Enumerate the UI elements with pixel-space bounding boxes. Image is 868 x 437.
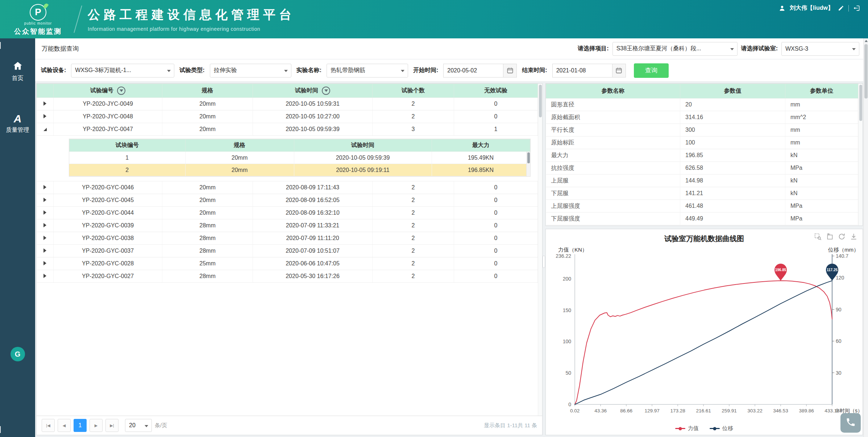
cell: YP-2020-GYC-0038 [54, 232, 162, 245]
table-row[interactable]: YP-2020-GYC-002728mm2020-05-30 16:17:262… [37, 270, 538, 283]
sub-header-cell: 最大力 [432, 139, 530, 152]
expand-cell[interactable] [37, 219, 54, 232]
table-row[interactable]: YP-2020-GYC-004620mm2020-08-09 17:11:432… [37, 181, 538, 194]
next-page-button[interactable]: ▶ [90, 419, 103, 432]
lab-select[interactable]: WXSG-3 [781, 42, 859, 56]
param-row: 下屈服强度449.49MPa [546, 213, 858, 225]
filter-icon[interactable] [322, 87, 330, 95]
cell: 2020-10-05 10:27:00 [253, 110, 373, 123]
scrollbar-thumb[interactable] [859, 85, 862, 121]
download-icon[interactable] [850, 233, 857, 240]
expand-icon[interactable] [43, 210, 46, 215]
logout-icon[interactable] [853, 5, 860, 12]
page-size-select[interactable]: 20 [125, 419, 152, 432]
edit-profile-icon[interactable] [838, 5, 844, 11]
g-badge[interactable]: G [11, 347, 25, 361]
expand-cell[interactable] [37, 232, 54, 245]
expand-cell[interactable] [37, 207, 54, 219]
expand-cell[interactable] [37, 110, 54, 123]
col-spec[interactable]: 规格 [162, 84, 253, 98]
refresh-icon[interactable] [838, 233, 846, 240]
legend-item[interactable]: 力值 [675, 425, 699, 432]
sidebar-scroll-down[interactable] [0, 427, 35, 433]
table-row[interactable]: YP-2020-GYC-002825mm2020-06-06 10:47:052… [37, 257, 538, 270]
legend-item[interactable]: 位移 [710, 425, 733, 432]
col-test-count[interactable]: 试验个数 [373, 84, 454, 98]
scrollbar-thumb[interactable] [864, 44, 868, 98]
cell: 0 [454, 257, 538, 270]
table-row[interactable]: YP-2020-GYC-003828mm2020-07-09 11:11:202… [37, 232, 538, 245]
expand-icon[interactable] [43, 261, 46, 265]
sidebar-item-home[interactable]: 首页 [0, 61, 35, 82]
param-row: 原始标距100mm [546, 136, 858, 149]
end-date-input[interactable]: 2021-01-08 [552, 64, 612, 77]
expand-icon[interactable] [43, 185, 46, 189]
expand-icon[interactable] [43, 114, 46, 118]
table-row[interactable]: YP-2020-GYC-003928mm2020-07-09 11:33:212… [37, 219, 538, 232]
sub-table-row[interactable]: 220mm2020-10-05 09:19:11196.85KN [69, 164, 530, 176]
expand-icon[interactable] [43, 223, 46, 227]
table-row[interactable]: YP-2020-GYC-003728mm2020-07-09 10:51:072… [37, 245, 538, 257]
table-scrollbar[interactable] [538, 84, 542, 416]
expand-icon[interactable] [43, 274, 46, 278]
table-row[interactable]: YP-2020-JYC-004920mm2020-10-05 10:59:312… [37, 98, 538, 110]
expand-cell[interactable] [37, 245, 54, 257]
restore-icon[interactable] [826, 233, 834, 240]
device-select[interactable]: WXSG-3标万能机-1... [71, 64, 174, 77]
page-number-button[interactable]: 1 [74, 419, 87, 432]
prev-page-button[interactable]: ◀ [58, 419, 71, 432]
param-cell: 449.49 [680, 213, 785, 225]
params-scrollbar[interactable] [858, 84, 863, 226]
expand-cell[interactable] [37, 270, 54, 283]
expand-cell[interactable] [37, 194, 54, 207]
expand-icon[interactable] [43, 236, 46, 240]
cell: 2020-05-30 16:17:26 [253, 270, 373, 283]
力值-max-pin: 196.85 [774, 264, 787, 281]
scrollbar-thumb[interactable] [539, 85, 542, 117]
col-invalid-count[interactable]: 无效试验 [454, 84, 538, 98]
expand-cell[interactable] [37, 257, 54, 270]
cell: 2 [373, 245, 454, 257]
filter-icon[interactable] [117, 87, 125, 95]
sidebar-item-quality[interactable]: A 质量管理 [0, 113, 35, 134]
project-select[interactable]: S38王格尔塘至夏河（桑科）段... [612, 42, 738, 56]
expand-icon[interactable] [43, 248, 46, 253]
table-row[interactable]: YP-2020-GYC-004520mm2020-08-09 16:52:052… [37, 194, 538, 207]
expand-icon[interactable] [43, 198, 46, 202]
chart-card: 试验室万能机数据曲线图 力值（KN）位移（mm）236.222001501005… [545, 229, 863, 435]
contact-float-button[interactable] [840, 413, 861, 433]
end-calendar-button[interactable] [612, 64, 626, 77]
user-name[interactable]: 刘大伟【liudw】 [790, 4, 834, 12]
test-name-select[interactable]: 热轧带肋钢筋 [327, 64, 408, 77]
cell: 2 [373, 232, 454, 245]
param-cell: 下屈服 [546, 187, 680, 200]
expand-cell[interactable] [37, 98, 54, 110]
sub-table-scrollbar[interactable] [526, 152, 530, 176]
table-row[interactable]: YP-2020-JYC-004820mm2020-10-05 10:27:002… [37, 110, 538, 123]
last-page-button[interactable]: ▶| [105, 419, 119, 432]
start-calendar-button[interactable] [503, 64, 517, 77]
expand-cell[interactable] [37, 123, 54, 136]
first-page-button[interactable]: |◀ [42, 419, 55, 432]
search-button[interactable]: 查询 [634, 63, 669, 78]
zoom-select-icon[interactable] [814, 233, 822, 240]
scroll-up-arrow-icon[interactable] [865, 40, 868, 42]
col-test-id[interactable]: 试验编号 [54, 84, 162, 98]
expand-cell[interactable] [37, 181, 54, 194]
scrollbar-thumb[interactable] [527, 152, 530, 163]
table-row[interactable]: YP-2020-GYC-004420mm2020-08-09 16:32:102… [37, 207, 538, 219]
legend-marker [710, 428, 720, 429]
page-scrollbar[interactable] [863, 38, 868, 437]
device-label: 试验设备: [41, 67, 66, 74]
sub-table-row[interactable]: 120mm2020-10-05 09:59:39195.49KN [69, 152, 530, 164]
type-select[interactable]: 拉伸实验 [210, 64, 291, 77]
cell: 2020-10-05 09:19:11 [294, 164, 432, 176]
col-test-time[interactable]: 试验时间 [253, 84, 373, 98]
table-row[interactable]: YP-2020-JYC-004720mm2020-10-05 09:59:393… [37, 123, 538, 136]
expand-icon[interactable] [43, 101, 46, 106]
sidebar-scroll-up[interactable] [0, 38, 35, 49]
start-date-input[interactable]: 2020-05-02 [443, 64, 503, 77]
collapse-icon[interactable] [43, 128, 47, 131]
panel-splitter-handle[interactable] [543, 256, 545, 268]
quality-icon: A [14, 113, 22, 124]
